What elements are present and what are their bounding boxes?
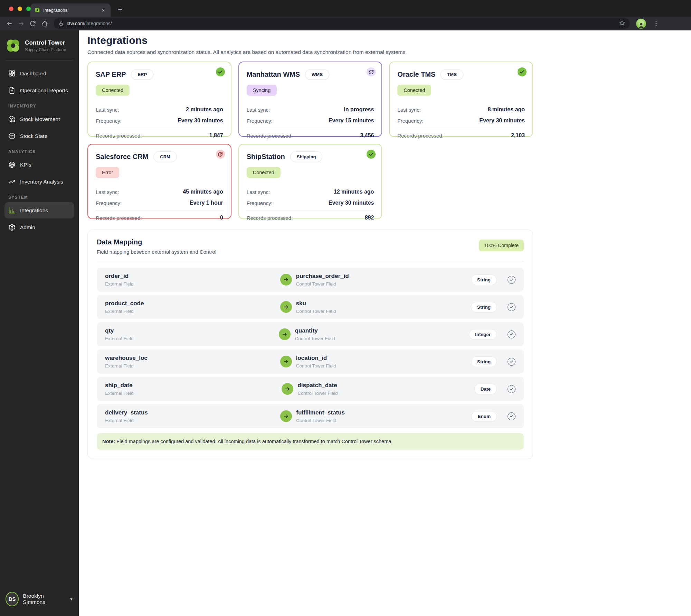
check-icon xyxy=(218,69,223,75)
check-icon xyxy=(510,305,513,309)
external-field: ship_date External Field xyxy=(105,382,282,396)
integration-type-badge: Shipping xyxy=(290,151,323,162)
address-bar[interactable]: ctw.com/integrations/ xyxy=(54,18,630,29)
browser-profile-avatar[interactable] xyxy=(636,19,646,29)
forward-button[interactable] xyxy=(16,18,26,29)
frequency-row: Frequency: Every 30 minutes xyxy=(247,197,374,208)
external-field-label: External Field xyxy=(105,418,280,423)
sidebar-item-inventory-analysis[interactable]: Inventory Analysis xyxy=(4,174,74,190)
records-label: Records processed: xyxy=(247,133,293,139)
arrow-right-icon xyxy=(283,413,289,419)
records-value: 3,456 xyxy=(360,132,374,139)
records-value: 1,847 xyxy=(209,132,223,139)
external-field-name: delivery_status xyxy=(105,409,280,416)
bar-chart-icon xyxy=(8,207,16,214)
data-mapping-header: Data Mapping Field mapping between exter… xyxy=(97,238,524,261)
frequency-label: Frequency: xyxy=(397,118,423,124)
integration-card-header: Salesforce CRM CRM xyxy=(96,151,223,162)
card-divider xyxy=(247,210,374,211)
control-field-name: dispatch_date xyxy=(297,382,474,389)
control-field: quantity Control Tower Field xyxy=(295,327,469,341)
integration-name: Oracle TMS xyxy=(397,71,435,78)
sidebar-item-label: Integrations xyxy=(20,207,48,214)
frequency-value: Every 15 minutes xyxy=(329,118,374,124)
close-window-button[interactable] xyxy=(9,7,13,11)
status-badge: Conected xyxy=(397,85,431,96)
sidebar-item-kpis[interactable]: KPIs xyxy=(4,157,74,173)
records-value: 892 xyxy=(365,215,374,221)
sidebar-item-stock-state[interactable]: Stock State xyxy=(4,128,74,144)
site-favicon xyxy=(35,7,40,13)
kebab-menu-icon xyxy=(653,20,659,27)
status-error-icon xyxy=(216,150,225,159)
last-sync-row: Last sync: In progress xyxy=(247,104,374,115)
mapping-rows: order_id External Field purchase_order_i… xyxy=(97,268,524,428)
brand-subtitle: Supply Chain Platform xyxy=(25,47,66,52)
records-label: Records processed: xyxy=(397,133,443,139)
records-value: 0 xyxy=(220,215,223,221)
control-field-label: Control Tower Field xyxy=(296,281,471,287)
external-field: product_code External Field xyxy=(105,300,280,314)
field-type-badge: Integer xyxy=(469,329,497,340)
user-menu[interactable]: BS Brooklyn Simmons ▼ xyxy=(0,586,79,616)
validated-check-icon xyxy=(508,385,515,393)
arrow-right-icon xyxy=(283,277,289,282)
records-row: Records processed: 2,103 xyxy=(397,130,525,141)
control-field-label: Control Tower Field xyxy=(296,309,471,314)
window-controls[interactable] xyxy=(9,7,31,11)
bookmark-star-button[interactable] xyxy=(619,20,625,27)
integration-card-header: Manhattan WMS WMS xyxy=(247,69,374,80)
status-check-icon xyxy=(216,67,225,76)
arrow-right-icon xyxy=(282,332,287,337)
browser-menu-button[interactable] xyxy=(651,18,661,29)
back-button[interactable] xyxy=(4,18,15,29)
status-badge: Error xyxy=(96,167,119,178)
control-field-label: Control Tower Field xyxy=(297,391,474,396)
records-row: Records processed: 3,456 xyxy=(247,130,374,141)
integration-card: Manhattan WMS WMS Syncing Last sync: In … xyxy=(238,62,382,137)
external-field-label: External Field xyxy=(105,363,280,368)
card-divider xyxy=(247,128,374,128)
sidebar-item-label: Operational Reports xyxy=(20,87,68,94)
sidebar-item-operational-reports[interactable]: Operational Reports xyxy=(4,82,74,99)
sidebar-item-stock-movement[interactable]: Stock Movement xyxy=(4,111,74,127)
reload-button[interactable] xyxy=(28,18,38,29)
external-field: delivery_status External Field xyxy=(105,409,280,423)
mapping-row: order_id External Field purchase_order_i… xyxy=(97,268,524,292)
external-field: qty External Field xyxy=(105,327,279,341)
control-field-name: sku xyxy=(296,300,471,307)
sidebar-item-label: Inventory Analysis xyxy=(20,179,63,185)
complete-badge: 100% Complete xyxy=(479,240,524,251)
integration-card: ShipStation Shipping Conected Last sync:… xyxy=(238,144,382,219)
zoom-window-button[interactable] xyxy=(26,7,31,11)
mapping-row: warehouse_loc External Field location_id… xyxy=(97,349,524,374)
control-field-name: purchase_order_id xyxy=(296,273,471,280)
sidebar-item-dashboard[interactable]: Dashboard xyxy=(4,65,74,82)
control-field-name: fulfillment_status xyxy=(296,409,471,416)
data-mapping-title: Data Mapping xyxy=(97,238,216,246)
tab-close-icon[interactable]: × xyxy=(100,7,106,13)
browser-tab[interactable]: Integrations × xyxy=(30,3,111,17)
frequency-label: Frequency: xyxy=(96,200,122,206)
control-field: sku Control Tower Field xyxy=(296,300,471,314)
control-field: purchase_order_id Control Tower Field xyxy=(296,273,471,287)
sidebar-item-admin[interactable]: Admin xyxy=(4,219,74,235)
check-icon xyxy=(510,278,513,282)
arrow-right-icon xyxy=(283,304,289,310)
minimize-window-button[interactable] xyxy=(18,7,22,11)
integration-stats: Last sync: 12 minutes ago Frequency: Eve… xyxy=(247,186,374,223)
control-tower-logo xyxy=(6,38,21,53)
field-type-badge: Date xyxy=(474,384,497,394)
home-button[interactable] xyxy=(39,18,50,29)
sidebar-item-label: Stock Movement xyxy=(20,116,60,122)
sidebar-item-integrations[interactable]: Integrations xyxy=(4,202,74,218)
person-icon xyxy=(637,22,645,29)
sync-error-icon xyxy=(218,152,223,157)
arrow-right-icon xyxy=(285,386,290,392)
control-field-label: Control Tower Field xyxy=(295,336,469,341)
data-mapping-panel: Data Mapping Field mapping between exter… xyxy=(87,230,533,459)
new-tab-button[interactable] xyxy=(115,5,124,14)
external-field: order_id External Field xyxy=(105,273,280,287)
check-icon xyxy=(510,414,513,418)
check-icon xyxy=(369,152,374,157)
